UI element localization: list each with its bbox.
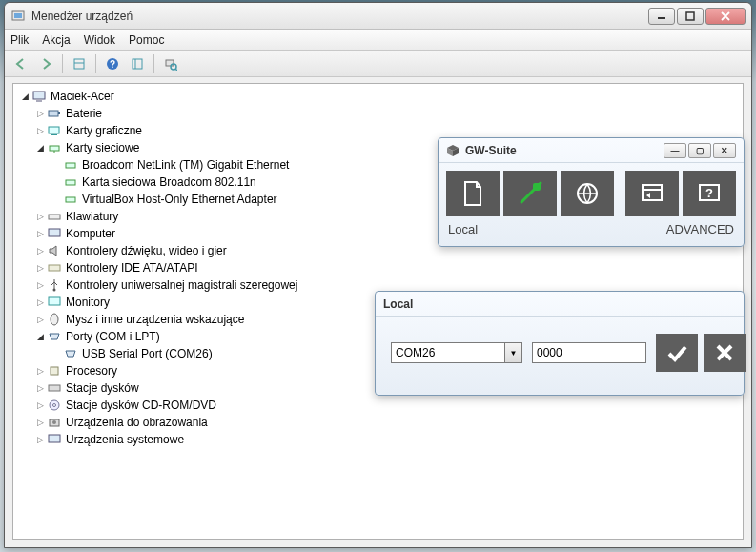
svg-rect-1 (14, 13, 22, 18)
expand-icon[interactable]: ▷ (34, 228, 46, 239)
gw-minimize-button[interactable]: — (664, 143, 686, 158)
forward-button[interactable] (35, 53, 56, 74)
minimize-button[interactable] (648, 8, 675, 25)
expand-icon[interactable]: ▷ (34, 417, 46, 428)
expand-icon[interactable]: ▷ (34, 125, 46, 136)
svg-rect-38 (49, 435, 60, 442)
close-button[interactable] (705, 8, 746, 25)
local-titlebar: Local (376, 292, 744, 317)
node-label: Karta sieciowa Broadcom 802.11n (82, 175, 256, 189)
gw-globe-button[interactable] (561, 171, 614, 216)
menu-action[interactable]: Akcja (42, 33, 70, 47)
cube-icon (446, 144, 460, 157)
svg-line-14 (175, 69, 177, 71)
svg-text:?: ? (705, 186, 713, 200)
svg-rect-12 (166, 60, 174, 66)
gw-maximize-button[interactable]: ▢ (688, 143, 711, 158)
expand-icon[interactable]: ▷ (34, 245, 46, 256)
help-button[interactable]: ? (102, 53, 123, 74)
svg-point-31 (51, 314, 58, 325)
network-icon (47, 140, 62, 155)
node-label: Stacje dysków (66, 381, 139, 395)
expand-icon[interactable]: ▷ (34, 279, 46, 291)
node-label: Karty graficzne (66, 124, 142, 137)
svg-rect-18 (58, 112, 60, 114)
expand-icon[interactable]: ▷ (34, 211, 46, 222)
svg-rect-33 (49, 385, 60, 391)
gw-file-button[interactable] (446, 171, 500, 216)
svg-rect-23 (66, 163, 75, 168)
expand-icon[interactable]: ▷ (34, 434, 46, 445)
tree-node-batteries[interactable]: ▷Baterie (13, 105, 743, 122)
svg-rect-41 (643, 185, 662, 200)
dropdown-icon[interactable]: ▼ (505, 342, 522, 363)
svg-rect-17 (49, 111, 58, 116)
tree-node-ide[interactable]: ▷Kontrolery IDE ATA/ATAPI (13, 259, 743, 276)
svg-rect-28 (49, 265, 60, 271)
tree-root[interactable]: ◢ Maciek-Acer (13, 88, 743, 105)
expand-icon[interactable]: ▷ (34, 314, 46, 325)
node-label: Baterie (66, 107, 102, 120)
menu-file[interactable]: Plik (10, 33, 29, 47)
gw-help-button[interactable]: ? (683, 171, 736, 216)
network-adapter-icon (63, 157, 78, 173)
back-button[interactable] (10, 53, 31, 74)
gw-suite-panel: GW-Suite — ▢ ✕ ? Local ADVANCED (438, 137, 745, 247)
gw-close-button[interactable]: ✕ (713, 143, 736, 158)
menu-view[interactable]: Widok (84, 33, 115, 47)
properties-button[interactable] (127, 53, 148, 74)
expand-icon[interactable]: ▷ (34, 296, 46, 308)
menubar: Plik Akcja Widok Pomoc (5, 30, 751, 51)
com-port-combo[interactable]: ▼ (391, 342, 522, 363)
display-adapter-icon (47, 123, 62, 138)
local-title: Local (383, 297, 413, 311)
node-label: Maciek-Acer (51, 90, 114, 103)
tree-node-cdrom[interactable]: ▷Stacje dysków CD-ROM/DVD (13, 397, 743, 414)
scan-button[interactable] (160, 53, 181, 74)
expand-icon[interactable]: ▷ (34, 108, 46, 119)
expand-icon[interactable]: ◢ (34, 331, 46, 342)
confirm-button[interactable] (656, 334, 698, 372)
com-port-input[interactable] (391, 342, 505, 363)
expand-icon[interactable]: ▷ (34, 365, 46, 377)
computer-icon (31, 89, 47, 104)
app-icon (10, 9, 26, 24)
svg-rect-3 (686, 12, 694, 20)
tree-node-imaging[interactable]: ▷Urządzenia do obrazowania (13, 414, 743, 431)
tree-node-system[interactable]: ▷Urządzenia systemowe (13, 431, 743, 448)
gw-window-button[interactable] (625, 171, 679, 216)
show-hide-button[interactable] (69, 53, 90, 74)
gw-title: GW-Suite (465, 144, 517, 157)
node-label: Porty (COM i LPT) (66, 330, 160, 343)
node-label: Urządzenia systemowe (66, 433, 184, 446)
computer-icon (47, 226, 62, 241)
expand-icon[interactable]: ▷ (34, 399, 46, 411)
expand-icon[interactable]: ◢ (34, 142, 46, 153)
monitor-icon (47, 295, 62, 310)
svg-point-29 (53, 289, 56, 292)
gw-connect-button[interactable] (503, 171, 557, 216)
svg-point-35 (53, 404, 56, 407)
svg-rect-6 (74, 59, 84, 69)
node-label: Komputer (66, 227, 115, 240)
svg-rect-32 (51, 367, 58, 375)
value-input[interactable] (532, 342, 646, 363)
battery-icon (47, 106, 62, 121)
node-label: Urządzenia do obrazowania (66, 416, 208, 429)
node-label: Monitory (66, 296, 110, 309)
cancel-button[interactable] (704, 334, 746, 372)
expand-icon[interactable]: ▷ (34, 262, 46, 274)
expand-icon[interactable]: ◢ (19, 91, 31, 102)
node-label: Kontrolery uniwersalnej magistrali szere… (66, 278, 297, 292)
sound-icon (47, 243, 62, 258)
network-adapter-icon (63, 192, 78, 207)
svg-rect-16 (36, 100, 42, 102)
gw-advanced-label: ADVANCED (666, 222, 734, 236)
network-adapter-icon (63, 174, 78, 190)
maximize-button[interactable] (677, 8, 704, 25)
expand-icon[interactable]: ▷ (34, 382, 46, 394)
node-label: Broadcom NetLink (TM) Gigabit Ethernet (82, 158, 289, 172)
disk-icon (47, 380, 62, 396)
node-label: Kontrolery dźwięku, wideo i gier (66, 244, 227, 257)
menu-help[interactable]: Pomoc (129, 33, 164, 47)
